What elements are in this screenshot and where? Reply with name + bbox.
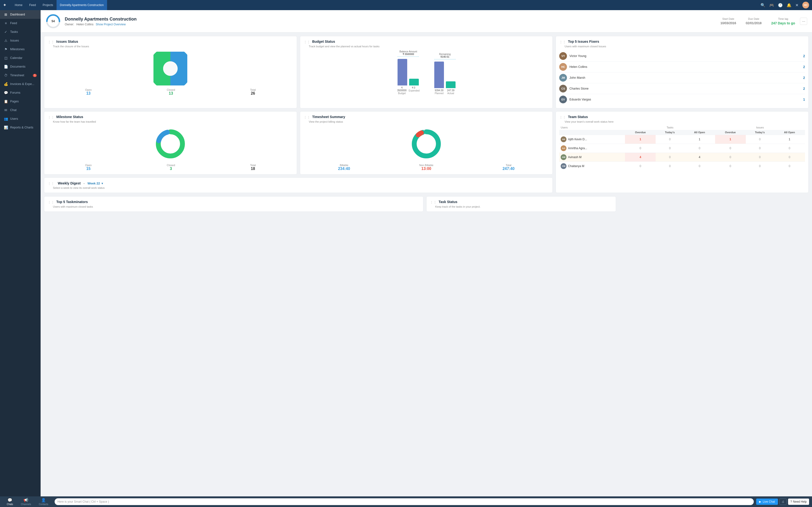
issues-pie-chart — [48, 52, 293, 86]
issues-card-subtitle: Track the closure of the Issues — [53, 45, 293, 48]
fixer-name-charles: Charles Stone — [569, 87, 803, 90]
project-header: 54 Donnelly Apartments Construction Owne… — [41, 10, 812, 33]
sidebar: ⊞ Dashboard ≡ Feed ✓ Tasks ⚠ Issues ⚑ Mi… — [0, 10, 41, 496]
task-status-card: ⋮⋮ Task Status Keep track of the tasks i… — [426, 196, 616, 212]
drag-handle-icon: ⋮⋮ — [48, 201, 54, 204]
due-date-value: 02/01/2018 — [746, 21, 761, 25]
user-cell: AK Ajith Kevin D... — [561, 136, 623, 142]
bottom-grid: ⋮⋮ Top 5 Taskminators Users with maximum… — [41, 196, 812, 215]
taskminators-subtitle: Users with maximum closed tasks — [53, 205, 420, 208]
header-menu-button[interactable]: ⋯ — [800, 18, 807, 25]
user-avatar[interactable]: HC — [802, 2, 809, 8]
budget-bar-labels: ₹ 3500000 Budget ₹ 0 Expended — [397, 87, 419, 95]
sidebar-item-calendar[interactable]: ◫ Calendar — [0, 54, 41, 62]
sidebar-label-users: Users — [10, 117, 18, 120]
user-avatar-amritha: AA — [561, 145, 566, 151]
issues-icon: ⚠ — [4, 39, 8, 43]
top-taskminators-card: ⋮⋮ Top 5 Taskminators Users with maximum… — [44, 196, 423, 212]
chat-input[interactable]: Here is your Smart Chat ( Ctrl + Space ) — [55, 498, 754, 505]
clock-icon[interactable]: 🕐 — [778, 3, 783, 7]
sidebar-item-tasks[interactable]: ✓ Tasks — [0, 27, 41, 36]
live-chat-label: Live Chat — [763, 500, 775, 503]
fixer-count-victor: 2 — [803, 54, 805, 58]
amritha-issue-open: 0 — [774, 144, 805, 153]
gamepad-icon[interactable]: 🎮 — [769, 3, 774, 7]
contacts-icon: 👤 — [41, 498, 46, 502]
owner-name: Helen Collins — [77, 23, 94, 26]
fixer-count-john: 2 — [803, 76, 805, 80]
print-button[interactable]: 🖨 — [779, 499, 786, 505]
task-status-card-header: ⋮⋮ Task Status — [430, 200, 612, 204]
avinash-task-overdue: 4 — [625, 153, 656, 162]
sidebar-item-invoices[interactable]: 💰 Invoices & Expe... — [0, 80, 41, 89]
nav-current-project[interactable]: Donnelly Apartments Construction — [57, 0, 107, 10]
amritha-task-today: 0 — [656, 144, 684, 153]
issues-closed-stat: Closed 13 — [167, 89, 175, 96]
user-name-ajith: Ajith Kevin D... — [568, 137, 587, 141]
sidebar-item-chat[interactable]: ✉ Chat — [0, 106, 41, 114]
main-content: 54 Donnelly Apartments Construction Owne… — [41, 10, 812, 496]
ajith-issue-today: 0 — [746, 135, 774, 144]
sidebar-item-timesheet[interactable]: ⏱ Timesheet 5 — [0, 71, 41, 80]
show-overview-link[interactable]: Show Project Overview — [96, 23, 126, 26]
forums-icon: 💬 — [4, 91, 8, 95]
calendar-icon: ◫ — [4, 56, 8, 60]
expended-bar — [409, 79, 419, 86]
fixer-row-john: JM John Marsh 2 — [559, 72, 805, 83]
timesheet-badge: 5 — [33, 74, 37, 77]
nav-feed[interactable]: Feed — [26, 0, 39, 10]
team-row-ajith: AK Ajith Kevin D... 1 0 1 1 0 1 — [559, 135, 805, 144]
search-icon[interactable]: 🔍 — [761, 3, 765, 7]
issues-stats: Open 13 Closed 13 Total 26 — [48, 89, 293, 96]
sidebar-item-documents[interactable]: 📄 Documents — [0, 62, 41, 71]
live-chat-button[interactable]: ▶ Live Chat — [756, 499, 778, 505]
budget-charts-area: Balance Amount ₹ 3500000 ₹ 3500000 Budge… — [304, 50, 549, 95]
amritha-issue-overdue: 0 — [715, 144, 746, 153]
fixer-row-helen: HC Helen Collins 2 — [559, 62, 805, 72]
user-cell: AM Avinash M — [561, 154, 623, 160]
billable-value: 234:40 — [338, 167, 350, 171]
time-lag-block: Time lag 247 Days to go — [771, 17, 795, 25]
time-lag-value: 247 Days to go — [771, 21, 795, 25]
sidebar-label-calendar: Calendar — [10, 56, 22, 60]
sidebar-item-forums[interactable]: 💬 Forums — [0, 89, 41, 97]
total-label: Total — [250, 89, 256, 91]
nav-home[interactable]: Home — [11, 0, 26, 10]
fixer-count-helen: 2 — [803, 65, 805, 69]
bottom-tab-contacts[interactable]: 👤 Contacts — [35, 498, 52, 506]
non-billable-stat: Non Billable 13:00 — [419, 164, 434, 171]
sidebar-item-feed[interactable]: ≡ Feed — [0, 19, 41, 27]
bottom-tab-channels[interactable]: 📢 Channels — [17, 498, 35, 506]
drag-handle-icon: ⋮⋮ — [304, 40, 310, 44]
sidebar-label-issues: Issues — [10, 39, 19, 42]
sidebar-item-issues[interactable]: ⚠ Issues — [0, 36, 41, 45]
m-closed-count: 3 — [167, 167, 175, 171]
dashboard-grid: ⋮⋮ Issues Status Track the closure of th… — [41, 33, 812, 196]
nav-projects[interactable]: Projects — [39, 0, 56, 10]
need-help-button[interactable]: ? Need Help — [788, 499, 809, 505]
task-open-header: All Open — [684, 130, 715, 135]
week-dropdown[interactable]: ▾ — [101, 181, 103, 185]
digest-card-header: ⋮⋮ Weekly Digest - Week 22 ▾ — [48, 181, 549, 185]
issues-status-card: ⋮⋮ Issues Status Track the closure of th… — [44, 36, 297, 108]
user-name-chaitanya: Chaitanya M — [568, 164, 584, 168]
sidebar-item-pages[interactable]: 📋 Pages — [0, 97, 41, 106]
drag-handle-icon: ⋮⋮ — [430, 201, 437, 204]
sidebar-item-users[interactable]: 👥 Users — [0, 114, 41, 123]
milestone-donut-chart — [48, 127, 293, 161]
user-avatar-ajith: AK — [561, 136, 566, 142]
close-icon[interactable]: ✕ — [795, 3, 799, 7]
start-date-label: Start Date — [720, 17, 736, 20]
timesheet-card-header: ⋮⋮ Timesheet Summary — [304, 115, 549, 119]
sidebar-item-dashboard[interactable]: ⊞ Dashboard — [0, 10, 41, 19]
dashboard-icon: ⊞ — [4, 12, 8, 16]
sidebar-item-reports[interactable]: 📊 Reports & Charts — [0, 123, 41, 132]
sidebar-item-milestones[interactable]: ⚑ Milestones — [0, 45, 41, 54]
m-open-count: 15 — [85, 167, 92, 171]
bell-icon[interactable]: 🔔 — [786, 3, 792, 7]
bottom-tab-chats[interactable]: 💬 Chats — [3, 498, 17, 506]
users-icon: 👥 — [4, 117, 8, 121]
issue-open-header: All Open — [774, 130, 805, 135]
budget-remaining-label: Remaining 9146:51 — [439, 53, 451, 58]
non-billable-value: 13:00 — [419, 167, 434, 171]
